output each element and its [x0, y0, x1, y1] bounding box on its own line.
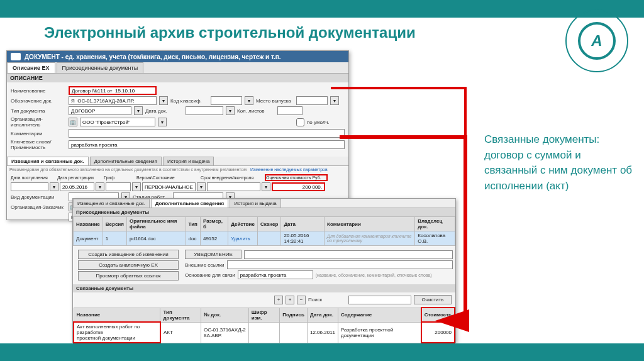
input-grif[interactable]	[106, 182, 131, 191]
dropdown-icon[interactable]: ▾	[134, 106, 143, 115]
org-icon[interactable]: 🏢	[69, 118, 77, 126]
label-extlinks: Внешние ссылки	[185, 262, 225, 268]
add-icon[interactable]: +	[286, 296, 294, 304]
th-ver[interactable]: Версия	[103, 217, 126, 231]
link-inherit[interactable]: Изменение наследуемых параметров	[250, 167, 328, 172]
btn-clear[interactable]: Очистить	[414, 295, 452, 304]
label-place: Место выпуска	[256, 98, 294, 104]
input-sheets[interactable]	[277, 106, 303, 115]
titlebar: ДОКУМЕНТ - ед. хранения, учета (том\книг…	[7, 51, 348, 62]
lookup-icon[interactable]: ▾	[159, 96, 168, 105]
input-search[interactable]	[348, 296, 411, 304]
input-code[interactable]	[69, 96, 157, 105]
slide-caption: Связанные документы: договор с суммой и …	[484, 132, 635, 194]
cell-size: 49152	[200, 231, 228, 246]
th-sign[interactable]: Подпись	[280, 308, 308, 322]
input-linkbasis[interactable]	[238, 270, 313, 279]
label-org: Организация-исполнитель	[11, 116, 66, 128]
subtab-linked[interactable]: Извещения и связанные док.	[73, 199, 150, 208]
tab-description[interactable]: Описание ЕХ	[7, 62, 55, 73]
cell-sign	[280, 322, 308, 343]
window-linked-docs: Извещения и связанные док. Дополнительны…	[72, 198, 456, 343]
subtab-history[interactable]: История и выдача	[230, 199, 281, 208]
th-cost[interactable]: Стоимость	[421, 308, 455, 322]
table-row[interactable]: Акт выполненных работ по разработке прое…	[74, 322, 455, 343]
input-registered[interactable]	[60, 182, 94, 191]
table-row[interactable]: Документ 1 pd1604.doc doc 49152 Удалить …	[74, 231, 455, 246]
calendar-icon[interactable]: ▾	[96, 182, 104, 191]
cell-name: Акт выполненных работ по разработке прое…	[74, 322, 160, 343]
th-orig[interactable]: Оригинальное имя файла	[126, 217, 186, 231]
th-name[interactable]: Название	[74, 308, 160, 322]
input-name[interactable]	[69, 86, 157, 95]
subtab-extra[interactable]: Дополнительные сведения	[151, 199, 228, 208]
checkbox-default[interactable]	[296, 118, 304, 126]
th-content[interactable]: Содержание	[338, 308, 421, 322]
label-name: Наименование	[11, 88, 66, 94]
titlebar-text: ДОКУМЕНТ - ед. хранения, учета (том\книг…	[25, 53, 281, 60]
label-search: Поиск	[308, 297, 346, 303]
input-keywords[interactable]	[69, 140, 345, 149]
cell-type: doc	[186, 231, 200, 246]
col-received: Дата поступления	[11, 175, 56, 180]
input-notify[interactable]	[244, 250, 453, 259]
input-deadline[interactable]	[207, 182, 260, 191]
footer-bar	[0, 343, 644, 361]
label-type: Тип документа	[11, 108, 66, 114]
th-type[interactable]: Тип документа	[160, 308, 201, 322]
btn-create-notice[interactable]: Создать извещение об изменении	[78, 250, 179, 259]
th-cipher[interactable]: Шифр изм.	[248, 308, 280, 322]
lookup-icon[interactable]: ▾	[245, 96, 253, 105]
th-name[interactable]: Название	[74, 217, 103, 231]
th-comment[interactable]: Комментарии	[325, 217, 415, 231]
dropdown-icon[interactable]: ▾	[132, 182, 141, 191]
input-classif[interactable]	[211, 96, 242, 105]
col-deadline: Срок внедрения\контроля	[201, 175, 264, 180]
th-type[interactable]: Тип	[186, 217, 200, 231]
cell-type: АКТ	[160, 322, 201, 343]
cell-ver: 1	[103, 231, 126, 246]
th-num[interactable]: № док.	[201, 308, 248, 322]
remove-icon[interactable]: −	[297, 296, 306, 304]
dropdown-icon[interactable]: ▾	[197, 182, 206, 191]
input-version[interactable]	[142, 182, 196, 191]
subtab-linked[interactable]: Извещения и связанные док.	[7, 157, 89, 165]
th-size[interactable]: Размер, б	[200, 217, 228, 231]
input-org[interactable]	[80, 118, 155, 126]
calendar-icon[interactable]: ▾	[226, 106, 235, 115]
cell-date: 12.06.2011	[307, 322, 338, 343]
cell-action[interactable]: Удалить	[228, 231, 258, 246]
label-linkbasis: Основание для связи	[185, 272, 235, 278]
cell-cipher	[248, 322, 280, 343]
input-type[interactable]	[69, 106, 131, 115]
add-icon[interactable]: +	[274, 296, 283, 304]
th-owner[interactable]: Владелец док.	[415, 217, 455, 231]
input-comments[interactable]	[69, 129, 345, 138]
lookup-icon[interactable]: ▾	[330, 96, 339, 105]
btn-create-similar[interactable]: Создать аналогичную ЕХ	[78, 260, 179, 270]
input-date[interactable]	[186, 106, 223, 115]
btn-backlinks[interactable]: Просмотр обратных ссылок	[78, 271, 179, 280]
table-linked: Название Тип документа № док. Шифр изм. …	[73, 307, 455, 343]
input-extlinks[interactable]	[227, 260, 453, 269]
tab-attached[interactable]: Присоединенные документы	[57, 62, 144, 73]
cell-scan	[258, 231, 281, 246]
btn-notify[interactable]: УВЕДОМЛЕНИЕ	[185, 250, 242, 259]
logo-ornament: A	[562, 6, 631, 75]
label-sheets: Кол. листов	[237, 108, 275, 114]
subtab-extra[interactable]: Дополнительные сведения	[90, 157, 162, 165]
cell-name: Документ	[74, 231, 103, 246]
th-action[interactable]: Действие	[228, 217, 258, 231]
section-linked: Связанные документы	[73, 284, 455, 292]
input-place[interactable]	[296, 96, 328, 105]
calendar-icon[interactable]: ▾	[50, 182, 58, 191]
subtab-history[interactable]: История и выдача	[163, 157, 214, 165]
input-received[interactable]	[11, 182, 48, 191]
th-date[interactable]: Дата	[281, 217, 325, 231]
input-cost[interactable]	[272, 182, 325, 191]
calendar-icon[interactable]: ▾	[262, 182, 270, 191]
th-date[interactable]: Дата док.	[307, 308, 338, 322]
cell-cost: 200000	[421, 322, 455, 343]
dropdown-icon[interactable]: ▾	[158, 118, 167, 126]
th-scan[interactable]: Сканер	[258, 217, 281, 231]
